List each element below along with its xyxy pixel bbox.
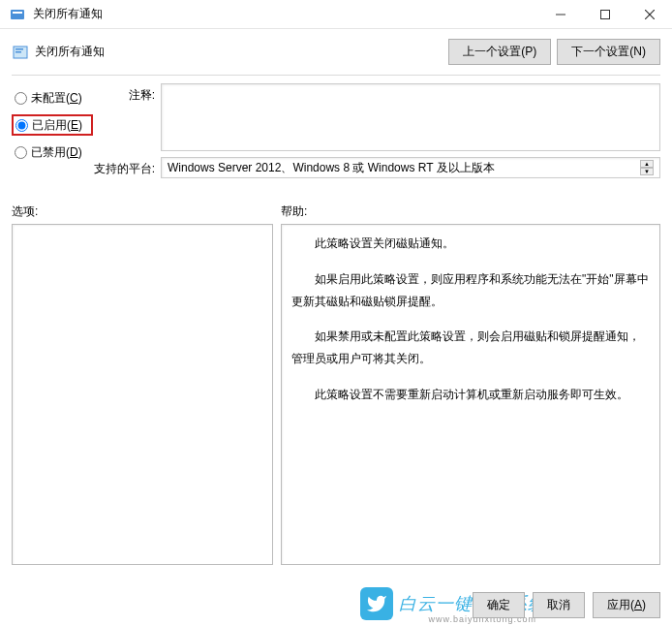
ok-button[interactable]: 确定 bbox=[473, 592, 525, 618]
toolbar-title: 关闭所有通知 bbox=[35, 44, 105, 60]
apply-button[interactable]: 应用(A) bbox=[593, 592, 660, 618]
window-title: 关闭所有通知 bbox=[33, 6, 103, 22]
close-button[interactable] bbox=[627, 0, 672, 29]
cancel-button[interactable]: 取消 bbox=[533, 592, 585, 618]
comment-label: 注释: bbox=[93, 83, 161, 104]
options-label: 选项: bbox=[12, 203, 281, 220]
help-paragraph: 如果启用此策略设置，则应用程序和系统功能无法在"开始"屏幕中更新其磁贴和磁贴锁屏… bbox=[291, 268, 650, 313]
help-paragraph: 此策略设置关闭磁贴通知。 bbox=[291, 233, 650, 255]
radio-group: 未配置(C) 已启用(E) 已禁用(D) bbox=[12, 83, 93, 184]
minimize-button[interactable] bbox=[538, 0, 583, 29]
svg-rect-1 bbox=[13, 12, 22, 14]
help-paragraph: 如果禁用或未配置此策略设置，则会启用磁贴和锁屏提醒通知，管理员或用户可将其关闭。 bbox=[291, 326, 650, 370]
policy-icon bbox=[12, 44, 29, 61]
toolbar: 关闭所有通知 上一个设置(P) 下一个设置(N) bbox=[0, 29, 672, 71]
app-icon bbox=[8, 5, 27, 24]
maximize-button[interactable] bbox=[583, 0, 627, 29]
help-label: 帮助: bbox=[281, 203, 307, 220]
divider bbox=[12, 75, 660, 76]
radio-disabled-label: 已禁用(D) bbox=[31, 144, 82, 161]
radio-not-configured-input[interactable] bbox=[15, 92, 27, 105]
radio-enabled-label: 已启用(E) bbox=[32, 117, 82, 134]
platform-spinner[interactable]: ▲ ▼ bbox=[640, 160, 654, 175]
options-panel bbox=[12, 224, 273, 565]
radio-disabled[interactable]: 已禁用(D) bbox=[12, 141, 93, 163]
next-setting-button[interactable]: 下一个设置(N) bbox=[557, 39, 660, 65]
platform-field[interactable]: Windows Server 2012、Windows 8 或 Windows … bbox=[161, 157, 660, 178]
help-panel: 此策略设置关闭磁贴通知。 如果启用此策略设置，则应用程序和系统功能无法在"开始"… bbox=[281, 224, 660, 565]
chevron-up-icon[interactable]: ▲ bbox=[640, 160, 654, 168]
chevron-down-icon[interactable]: ▼ bbox=[640, 168, 654, 175]
svg-rect-7 bbox=[15, 48, 23, 50]
radio-not-configured-label: 未配置(C) bbox=[31, 90, 82, 107]
platform-label: 支持的平台: bbox=[93, 157, 161, 177]
radio-not-configured[interactable]: 未配置(C) bbox=[12, 87, 93, 109]
platform-value: Windows Server 2012、Windows 8 或 Windows … bbox=[168, 160, 495, 176]
comment-textarea[interactable] bbox=[161, 83, 660, 151]
svg-rect-0 bbox=[11, 10, 24, 19]
svg-rect-3 bbox=[601, 10, 610, 18]
help-paragraph: 此策略设置不需要重新启动计算机或重新启动服务即可生效。 bbox=[291, 384, 650, 406]
radio-enabled[interactable]: 已启用(E) bbox=[12, 114, 93, 136]
footer-buttons: 确定 取消 应用(A) bbox=[473, 592, 660, 618]
radio-enabled-input[interactable] bbox=[15, 119, 28, 132]
title-bar: 关闭所有通知 bbox=[0, 0, 672, 29]
svg-rect-8 bbox=[15, 51, 21, 53]
watermark-icon bbox=[360, 587, 393, 620]
prev-setting-button[interactable]: 上一个设置(P) bbox=[448, 39, 551, 65]
radio-disabled-input[interactable] bbox=[15, 146, 27, 159]
